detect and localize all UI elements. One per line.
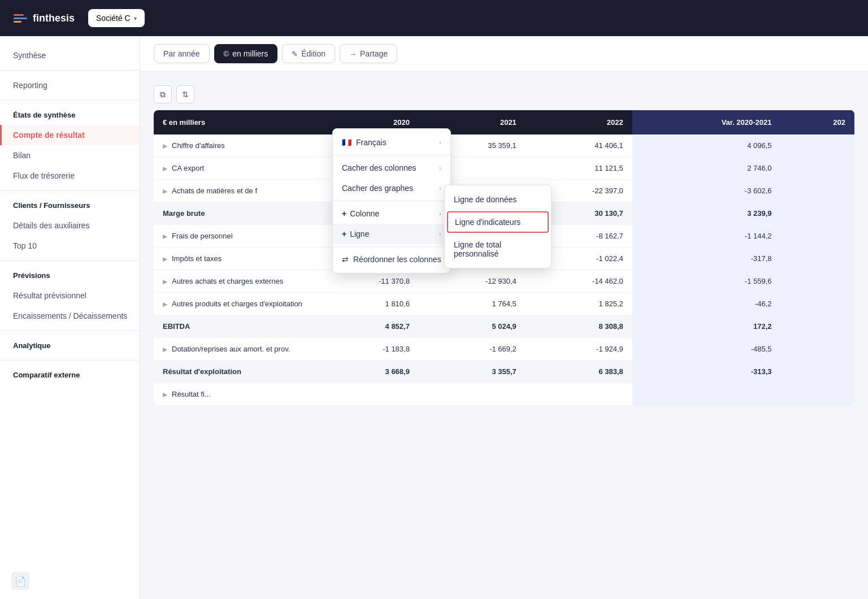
- plus-icon: +: [342, 229, 346, 238]
- row-label: ▶Résultat fi...: [154, 383, 312, 406]
- cell-var2: [781, 225, 854, 248]
- cell-var2: [781, 157, 854, 180]
- submenu-item-total[interactable]: Ligne de total personnalisé: [445, 234, 551, 264]
- table-row: ▶Autres produits et charges d'exploitati…: [154, 293, 854, 315]
- partage-button[interactable]: → Partage: [340, 44, 397, 63]
- cell-2022: 8 308,8: [526, 315, 632, 338]
- company-name: Société C: [96, 14, 131, 23]
- submenu-item-indicateurs[interactable]: Ligne d'indicateurs: [447, 211, 549, 233]
- sidebar-item-encaissements[interactable]: Encaissements / Décaissements: [0, 306, 140, 326]
- cell-var: 4 096,5: [632, 134, 781, 157]
- divider: [0, 331, 140, 331]
- sidebar-item-top10[interactable]: Top 10: [0, 236, 140, 256]
- divider: [0, 100, 140, 101]
- cell-var2: [781, 293, 854, 315]
- reordonner-label: Réordonner les colonnes: [353, 255, 441, 264]
- submenu-item-donnees[interactable]: Ligne de données: [445, 189, 551, 210]
- expand-icon[interactable]: ▶: [163, 346, 167, 353]
- cell-2021: 3 355,7: [419, 361, 526, 383]
- cell-2022: 41 406,1: [526, 134, 632, 157]
- cell-2021: 1 764,5: [419, 293, 526, 315]
- expand-icon[interactable]: ▶: [163, 165, 167, 172]
- main-content: Par année © en milliers ✎ Édition → Part…: [140, 36, 868, 599]
- cell-2022: 1 825,2: [526, 293, 632, 315]
- cell-var2: [781, 315, 854, 338]
- cacher-graphes-label: Cacher des graphes: [342, 184, 413, 193]
- row-label: Marge brute: [154, 202, 312, 225]
- expand-icon[interactable]: ▶: [163, 142, 167, 149]
- cell-var2: [781, 270, 854, 293]
- ligne-indicateurs-label: Ligne d'indicateurs: [455, 218, 520, 227]
- row-label: ▶Autres achats et charges externes: [154, 270, 312, 293]
- col-header-label: € en milliers: [154, 110, 312, 134]
- cell-var: -485,5: [632, 338, 781, 361]
- sidebar-item-flux[interactable]: Flux de trésorerie: [0, 166, 140, 186]
- ligne-label: Ligne: [350, 229, 369, 238]
- cell-var: -317,8: [632, 248, 781, 270]
- main-layout: Synthèse Reporting États de synthèse Com…: [0, 36, 868, 599]
- row-label: ▶Chiffre d'affaires: [154, 134, 312, 157]
- ligne-submenu: Ligne de données Ligne d'indicateurs Lig…: [444, 185, 552, 268]
- sidebar-bottom-icon[interactable]: 📄: [11, 572, 29, 590]
- toolbar: Par année © en milliers ✎ Édition → Part…: [140, 36, 868, 72]
- reorder-icon: ⇄: [342, 255, 349, 264]
- company-selector[interactable]: Société C ▾: [88, 9, 145, 27]
- cell-var: [632, 383, 781, 406]
- copy-button[interactable]: ⧉: [154, 85, 172, 103]
- col-header-var2: 202: [781, 110, 854, 134]
- dropdown-item-francais[interactable]: 🇫🇷 Français ›: [333, 132, 450, 153]
- col-header-2022: 2022: [526, 110, 632, 134]
- dropdown-item-ligne[interactable]: + Ligne ›: [333, 224, 450, 244]
- table-row: ▶Dotation/reprises aux amort. et prov. -…: [154, 338, 854, 361]
- row-label: ▶Dotation/reprises aux amort. et prov.: [154, 338, 312, 361]
- expand-icon[interactable]: ▶: [163, 278, 167, 285]
- expand-icon[interactable]: ▶: [163, 255, 167, 262]
- cell-var: -46,2: [632, 293, 781, 315]
- table-controls: ⧉ ⇅: [154, 85, 854, 103]
- expand-icon[interactable]: ▶: [163, 233, 167, 240]
- en-milliers-label: en milliers: [232, 49, 268, 58]
- chevron-right-icon: ›: [439, 231, 441, 237]
- sidebar-item-bilan[interactable]: Bilan: [0, 145, 140, 166]
- dropdown-item-colonne[interactable]: + Colonne ›: [333, 203, 450, 224]
- top-navigation: finthesis Société C ▾: [0, 0, 868, 36]
- sidebar-item-compte-resultat[interactable]: Compte de résultat: [0, 125, 140, 145]
- cell-2021: [419, 383, 526, 406]
- cell-var: 3 239,9: [632, 202, 781, 225]
- edition-icon: ✎: [292, 50, 298, 58]
- sidebar-item-details-auxiliaires[interactable]: Détails des auxiliaires: [0, 215, 140, 236]
- expand-icon[interactable]: ▶: [163, 391, 167, 398]
- cell-var2: [781, 180, 854, 202]
- sidebar-item-reporting[interactable]: Reporting: [0, 75, 140, 96]
- divider: [0, 190, 140, 191]
- cell-var2: [781, 361, 854, 383]
- cell-var2: [781, 202, 854, 225]
- expand-icon[interactable]: ▶: [163, 301, 167, 307]
- sidebar-item-synthese[interactable]: Synthèse: [0, 45, 140, 66]
- dropdown-main-menu: 🇫🇷 Français › Cacher des colonnes › Cach…: [332, 128, 451, 274]
- table-row-bold: Résultat d'exploitation 3 668,9 3 355,7 …: [154, 361, 854, 383]
- cell-var2: [781, 248, 854, 270]
- cell-2022: 11 121,5: [526, 157, 632, 180]
- edition-button[interactable]: ✎ Édition: [282, 44, 335, 63]
- expand-icon[interactable]: ▶: [163, 188, 167, 194]
- logo-icon: [14, 14, 27, 23]
- en-milliers-button[interactable]: © en milliers: [214, 44, 278, 63]
- table-row-bold: EBITDA 4 852,7 5 024,9 8 308,8 172,2: [154, 315, 854, 338]
- sort-button[interactable]: ⇅: [176, 85, 194, 103]
- ligne-donnees-label: Ligne de données: [454, 195, 517, 204]
- dropdown-item-cacher-colonnes[interactable]: Cacher des colonnes ›: [333, 158, 450, 178]
- chevron-right-icon: ›: [439, 210, 441, 217]
- dropdown-item-reordonner[interactable]: ⇄ Réordonner les colonnes: [333, 249, 450, 270]
- dropdown-item-cacher-graphes[interactable]: Cacher des graphes ›: [333, 178, 450, 198]
- download-icon[interactable]: 📄: [11, 572, 29, 590]
- chevron-down-icon: ▾: [134, 15, 137, 21]
- divider: [0, 261, 140, 261]
- par-annee-button[interactable]: Par année: [154, 44, 210, 63]
- table-area: ⧉ ⇅ € en milliers 2020 2021 2022 Var. 20…: [140, 72, 868, 599]
- row-label: ▶Impôts et taxes: [154, 248, 312, 270]
- row-label: EBITDA: [154, 315, 312, 338]
- logo: finthesis: [14, 12, 75, 24]
- sidebar-item-resultat-previsionnel[interactable]: Résultat prévisionnel: [0, 285, 140, 306]
- sidebar-section-previsions: Prévisions: [0, 266, 140, 285]
